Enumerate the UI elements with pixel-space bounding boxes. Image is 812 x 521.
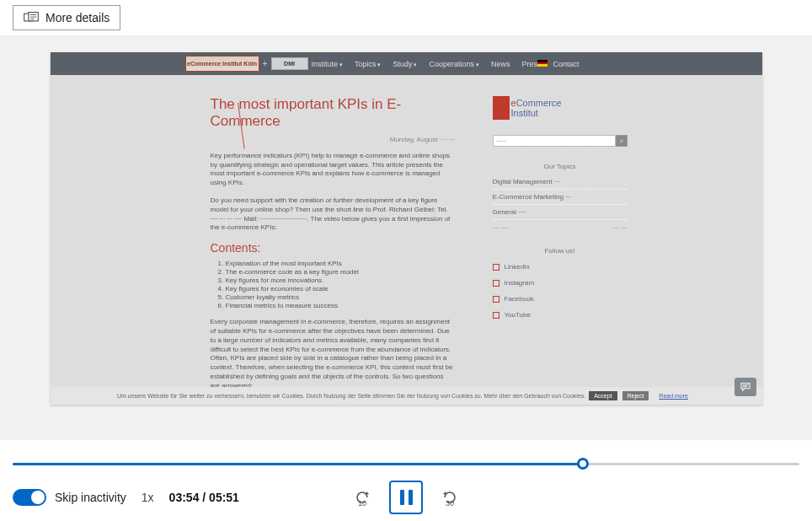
nav-institute[interactable]: Institute	[312, 60, 343, 68]
sidebar-topic-link[interactable]: E-Commerce Marketing ···	[493, 190, 628, 205]
article-paragraph-1: Key performance indicators (KPI) help to…	[211, 152, 455, 188]
social-icon	[493, 312, 499, 319]
follow-youtube[interactable]: YouTube	[493, 307, 628, 323]
brand-plus: +	[263, 59, 268, 68]
article-paragraph-2: Do you need support with the creation or…	[211, 196, 455, 233]
time-total: 05:51	[209, 491, 239, 504]
social-icon	[493, 296, 499, 303]
social-icon	[493, 280, 499, 287]
contents-item[interactable]: Key figures for more innovations	[226, 277, 455, 284]
more-details-label: More details	[45, 11, 110, 24]
feedback-bubble-button[interactable]	[735, 378, 756, 396]
chat-icon	[740, 382, 751, 392]
more-details-button[interactable]: More details	[13, 5, 120, 30]
contents-heading: Contents:	[211, 241, 455, 255]
contents-item[interactable]: Key figures for economies of scale	[226, 285, 455, 293]
article-sidebar: eCommerce Institut ⌕ Our Topics Digital …	[493, 96, 628, 323]
skip-inactivity-label: Skip inactivity	[55, 491, 126, 504]
nav-news[interactable]: News	[491, 60, 510, 68]
logo-square-icon	[493, 96, 510, 120]
slide-navbar: eCommerce Institut Köln + DMI Institute …	[51, 52, 762, 75]
sidebar-date-left: ····· ····	[493, 225, 509, 231]
skip-inactivity-toggle[interactable]	[13, 489, 46, 506]
sidebar-date-right: ···· ····	[612, 225, 628, 231]
sidebar-logo-top: Commerce	[516, 98, 562, 108]
pause-button[interactable]	[389, 481, 423, 514]
article-title: The most important KPIs in E-Commerce	[211, 96, 455, 131]
brand-logo-1[interactable]: eCommerce Institut Köln	[185, 56, 259, 72]
article-paragraph-3: Every corporate management in e-commerce…	[211, 318, 455, 390]
time-current: 03:54	[169, 491, 200, 504]
social-icon	[493, 264, 499, 271]
playback-speed-button[interactable]: 1x	[142, 491, 154, 504]
skip-forward-amount: 30	[441, 499, 458, 508]
player-controls: Skip inactivity 1x 03:54 / 05:51 10 30	[0, 445, 812, 521]
recorded-slide: eCommerce Institut Köln + DMI Institute …	[51, 52, 762, 405]
sidebar-topic-link[interactable]: General ····	[493, 205, 628, 220]
cookie-accept-button[interactable]: Accept	[589, 391, 617, 400]
pause-icon	[400, 490, 413, 505]
follow-linkedin[interactable]: LinkedIn	[493, 259, 628, 275]
sidebar-logo-bot: Institut	[511, 108, 538, 118]
cookie-banner: Um unsere Website für Sie weiter zu verb…	[51, 387, 762, 405]
article-date: Monday, August ··· ····	[211, 136, 455, 143]
contents-item[interactable]: Customer loyalty metrics	[226, 293, 455, 301]
skip-forward-button[interactable]: 30	[441, 489, 458, 506]
sidebar-topics-heading: Our Topics	[493, 158, 628, 175]
sidebar-logo[interactable]: eCommerce Institut	[493, 96, 619, 120]
cookie-readmore-link[interactable]: Read more	[654, 391, 693, 400]
sidebar-follow-heading: Follow us!	[493, 243, 628, 259]
contents-item[interactable]: The e-commerce code as a key figure mode…	[226, 268, 455, 276]
time-display: 03:54 / 05:51	[169, 491, 239, 504]
sidebar-search-input[interactable]	[493, 135, 616, 147]
contents-item[interactable]: Financial metrics to measure success	[226, 302, 455, 309]
details-icon	[24, 12, 39, 24]
skip-back-amount: 10	[354, 499, 371, 508]
contents-item[interactable]: Explanation of the most important KPIs	[226, 260, 455, 267]
skip-back-button[interactable]: 10	[354, 489, 371, 506]
follow-instagram[interactable]: Instagram	[493, 275, 628, 291]
sidebar-search-button[interactable]: ⌕	[616, 135, 628, 147]
nav-study[interactable]: Study	[393, 60, 417, 68]
article: The most important KPIs in E-Commerce Mo…	[211, 96, 455, 391]
contents-list: Explanation of the most important KPIs T…	[226, 260, 455, 309]
flag-de-icon[interactable]	[537, 60, 548, 67]
seek-bar[interactable]	[13, 458, 799, 470]
sidebar-topic-link[interactable]: Digital Management ···	[493, 175, 628, 190]
nav-cooperations[interactable]: Cooperations	[429, 60, 479, 68]
nav-topics[interactable]: Topics	[355, 60, 381, 68]
video-stage: eCommerce Institut Köln + DMI Institute …	[0, 35, 812, 440]
seek-thumb[interactable]	[577, 458, 589, 470]
cookie-reject-button[interactable]: Reject	[622, 391, 649, 400]
cookie-text: Um unsere Website für Sie weiter zu verb…	[117, 393, 585, 399]
toggle-knob	[31, 491, 45, 504]
brand-logo-2[interactable]: DMI	[271, 57, 308, 70]
nav-contact[interactable]: Contact	[553, 60, 579, 68]
seek-fill	[13, 463, 583, 465]
follow-facebook[interactable]: Facebook	[493, 291, 628, 307]
